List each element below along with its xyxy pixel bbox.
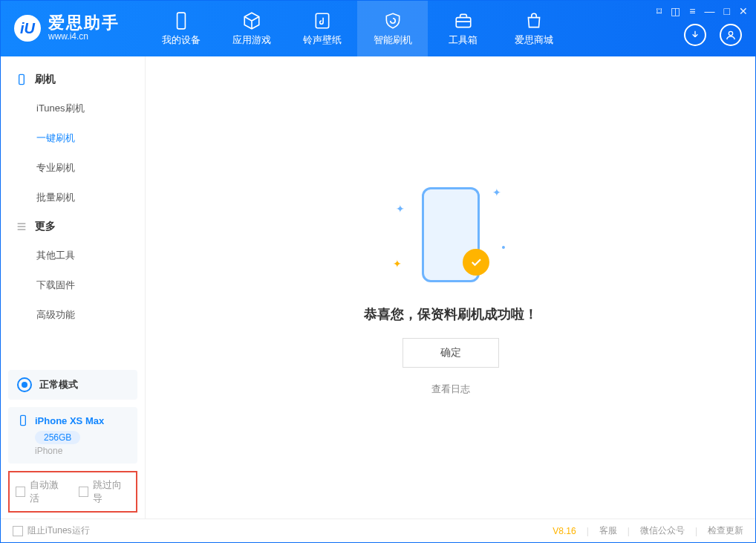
footer-link-update[interactable]: 检查更新 [708,524,743,537]
sidebar-item-onekey-flash[interactable]: 一键刷机 [1,123,145,153]
svg-rect-1 [316,13,328,28]
lock-icon[interactable]: ⌑ [656,5,662,17]
bag-icon [524,11,544,30]
footer-link-support[interactable]: 客服 [599,524,617,537]
music-icon [313,11,332,30]
version-label: V8.16 [553,526,576,536]
phone-outline-icon [17,414,29,426]
footer: 阻止iTunes运行 V8.16 | 客服 | 微信公众号 | 检查更新 [1,518,755,542]
checkbox-label: 跳过向导 [93,478,130,505]
menu-icon[interactable]: ≡ [689,5,695,17]
refresh-shield-icon [383,11,403,30]
footer-link-wechat[interactable]: 微信公众号 [640,524,685,537]
sparkle-icon: ✦ [393,258,402,270]
app-subtitle: www.i4.cn [48,31,120,42]
tab-ringtone[interactable]: 铃声壁纸 [287,1,357,56]
device-icon [172,11,191,30]
options-row: 自动激活 跳过向导 [8,471,137,513]
view-log-link[interactable]: 查看日志 [431,383,470,396]
svg-rect-5 [21,415,26,425]
tab-flash[interactable]: 智能刷机 [357,1,428,56]
list-icon [16,221,27,233]
group-label: 更多 [35,220,56,233]
logo-icon: iU [14,15,41,42]
device-name: iPhone XS Max [35,415,104,426]
checkbox-label: 阻止iTunes运行 [27,524,90,537]
account-button[interactable] [720,24,742,46]
tab-store[interactable]: 爱思商城 [498,1,569,56]
sidebar-item-itunes-flash[interactable]: iTunes刷机 [1,94,145,123]
checkbox-icon [13,526,23,536]
checkbox-label: 自动激活 [30,478,67,505]
checkbox-skip-guide[interactable]: 跳过向导 [79,478,130,505]
maximize-button[interactable]: □ [724,5,730,17]
sparkle-icon: ✦ [396,203,405,215]
device-subtype: iPhone [35,446,128,456]
sparkle-icon: ✦ [492,186,501,198]
success-message: 恭喜您，保资料刷机成功啦！ [364,305,538,323]
svg-point-3 [729,31,732,35]
tab-label: 工具箱 [449,33,478,47]
checkbox-block-itunes[interactable]: 阻止iTunes运行 [13,524,90,537]
tab-label: 我的设备 [162,33,201,47]
download-button[interactable] [684,24,706,46]
ok-button[interactable]: 确定 [403,338,499,368]
tab-label: 智能刷机 [374,33,412,47]
mode-label: 正常模式 [39,378,78,391]
toolbox-icon [454,11,473,30]
device-capacity: 256GB [35,431,80,444]
sparkle-icon: • [502,241,506,253]
main-content: ✦ ✦ ✦ • 恭喜您，保资料刷机成功啦！ 确定 查看日志 [146,56,755,518]
success-illustration: ✦ ✦ ✦ • [391,179,510,290]
tab-label: 应用游戏 [232,33,271,47]
phone-small-icon [16,74,27,85]
tab-label: 爱思商城 [515,33,553,47]
sidebar-item-advanced[interactable]: 高级功能 [1,300,145,330]
tab-toolbox[interactable]: 工具箱 [428,1,498,56]
tab-my-device[interactable]: 我的设备 [146,1,216,56]
sidebar-group-more: 更多 [1,212,145,241]
minimize-button[interactable]: — [705,5,715,17]
checkbox-icon [79,487,88,497]
checkbox-auto-activate[interactable]: 自动激活 [16,478,67,505]
logo-block: iU 爱思助手 www.i4.cn [1,15,146,42]
sidebar-item-pro-flash[interactable]: 专业刷机 [1,153,145,183]
device-panel[interactable]: iPhone XS Max 256GB iPhone [8,407,137,464]
svg-rect-0 [177,13,185,29]
check-badge-icon [463,249,489,276]
window-controls: ⌑ ◫ ≡ — □ ✕ [656,5,748,17]
tab-label: 铃声壁纸 [303,33,342,47]
app-title: 爱思助手 [48,15,120,31]
sidebar-item-download-fw[interactable]: 下载固件 [1,270,145,300]
tab-apps[interactable]: 应用游戏 [216,1,287,56]
sidebar-group-flash: 刷机 [1,65,145,94]
theme-icon[interactable]: ◫ [671,5,680,17]
sidebar-item-other-tools[interactable]: 其他工具 [1,241,145,270]
sidebar: 刷机 iTunes刷机 一键刷机 专业刷机 批量刷机 更多 其他工具 下载固件 … [1,56,146,518]
main-tabs: 我的设备 应用游戏 铃声壁纸 智能刷机 工具箱 爱思商城 [146,1,569,56]
sidebar-item-batch-flash[interactable]: 批量刷机 [1,183,145,212]
group-label: 刷机 [35,73,56,86]
checkbox-icon [16,487,25,497]
mode-status-icon [17,377,32,392]
close-button[interactable]: ✕ [739,5,748,17]
cube-icon [242,11,261,30]
svg-rect-4 [19,74,25,84]
mode-panel[interactable]: 正常模式 [8,370,137,400]
svg-rect-2 [456,17,471,27]
header: iU 爱思助手 www.i4.cn 我的设备 应用游戏 铃声壁纸 智能刷机 [1,1,755,56]
